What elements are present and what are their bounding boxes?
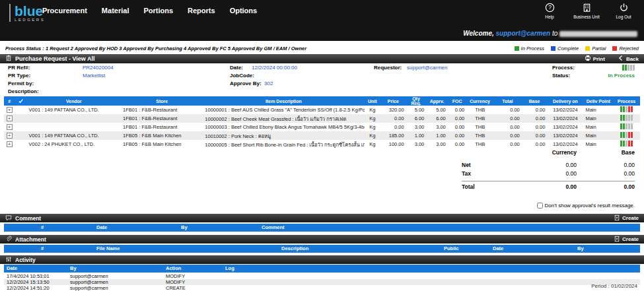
net-label: Net (462, 162, 519, 168)
menu-options[interactable]: Options (230, 7, 258, 15)
activity-action: MODIFY (166, 273, 185, 279)
attachment-col-public: Public (444, 245, 459, 251)
expand-icon[interactable]: + (7, 141, 13, 147)
menu-material[interactable]: Material (102, 7, 129, 15)
item-currency: THB (466, 131, 493, 140)
item-qty: 3.00 (406, 123, 427, 131)
item-row[interactable]: + V001 : 149 PATTANA CO., LTD. 1FB05 : F… (4, 131, 640, 140)
requestor-value[interactable]: support@carmen (407, 65, 447, 71)
business-unit-button[interactable]: Business Unit (571, 3, 602, 19)
rejected-swatch (612, 46, 617, 51)
menu-reports[interactable]: Reports (188, 7, 215, 15)
col-price: Price (380, 96, 406, 106)
expand-icon[interactable]: + (7, 133, 13, 139)
attachment-title: Attachment (15, 236, 46, 243)
activity-section-header: Activity (0, 255, 644, 264)
activity-col-log: Log (225, 265, 234, 271)
item-unit: Kg (365, 140, 380, 148)
item-process-indicator (620, 106, 633, 112)
item-currency: THB (466, 106, 493, 114)
total-currency-value: 0.00 (519, 183, 577, 190)
item-row[interactable]: + V001 : 149 PATTANA CO., LTD. 1FB01 : F… (4, 106, 640, 114)
clipboard-icon (5, 55, 12, 63)
purchase-request-page: blue LEDGERS Procurement Material Portio… (0, 0, 644, 291)
tax-base-value: 0.00 (577, 170, 635, 177)
item-apprv: 1.00 (426, 131, 448, 140)
item-unit: Kg (365, 123, 380, 131)
process-status-line: Process Status : 1 Request 2 Approved By… (0, 44, 644, 53)
help-icon: ? (545, 3, 555, 13)
menu-portions[interactable]: Portions (143, 7, 173, 15)
expand-icon[interactable]: + (7, 107, 13, 113)
process-indicator (622, 65, 635, 71)
activity-title: Activity (15, 257, 36, 263)
activity-date: 12/2/2024 14:51:20 (7, 285, 50, 291)
col-qty-req: Qty Req. (406, 96, 427, 106)
currency-column-header: Currency (519, 149, 577, 156)
approve-by-label: Approve By: (230, 81, 262, 86)
item-row[interactable]: + 1FB01 : F&B-Restaurant 10000002 : Beef… (4, 114, 640, 123)
logout-button[interactable]: Log Out (608, 3, 639, 19)
attachment-create-button[interactable]: Create (614, 236, 639, 243)
item-apprv: 3.00 (426, 123, 448, 131)
activity-by: support@carmen (70, 279, 108, 285)
dont-show-approval-checkbox[interactable] (537, 203, 543, 209)
activity-col-date: Date (7, 265, 17, 271)
top-actions: ? Help Business Unit Log Out (534, 3, 639, 19)
approval-message-option: Don't show approval's result message. (537, 203, 635, 209)
welcome-to: to (552, 30, 557, 37)
jobcode-label: JobCode: (230, 73, 254, 79)
item-unit: Kg (365, 106, 380, 114)
item-apprv: 3.00 (426, 140, 448, 148)
item-price: 320.00 (380, 106, 406, 114)
pr-type-value[interactable]: Marketlist (83, 73, 105, 79)
item-store: 1FB01 : F&B-Restaurant (121, 123, 203, 131)
pr-type-label: PR Type: (8, 73, 30, 79)
comment-create-button[interactable]: Create (614, 214, 639, 222)
net-currency-value: 0.00 (519, 162, 577, 168)
activity-row: 12/2/2024 14:51:20 support@carmen CREATE (4, 285, 640, 291)
item-total: 0.00 (493, 123, 522, 131)
item-process-indicator (620, 132, 633, 138)
item-vendor: V002 : 24 PHUKET CO., LTD. (27, 140, 122, 148)
logo-sub-text: LEDGERS (15, 18, 45, 22)
expand-icon[interactable]: + (7, 115, 13, 121)
item-base: 0.00 (522, 106, 548, 114)
item-base: 0.00 (522, 114, 548, 123)
item-deliv-point: Main (583, 114, 613, 123)
item-unit: Kg (365, 114, 380, 123)
item-price: 185.00 (380, 131, 406, 140)
col-apprv: Apprv. (426, 96, 448, 106)
in-process-swatch (515, 46, 519, 51)
welcome-username: support@carmen (496, 30, 551, 37)
item-price: 0.00 (380, 114, 406, 123)
activity-action: CREATE (166, 285, 186, 291)
item-row[interactable]: + 1FB01 : F&B-Restaurant 10000003 : Beef… (4, 123, 640, 131)
tax-label: Tax (462, 170, 519, 177)
back-button[interactable]: Back (618, 55, 639, 63)
expand-icon[interactable]: + (7, 124, 13, 130)
activity-filter-icon (5, 256, 12, 264)
logout-icon (619, 3, 629, 13)
select-all-checkbox[interactable] (18, 98, 24, 104)
item-vendor: V001 : 149 PATTANA CO., LTD. (27, 131, 122, 140)
pr-ref-value[interactable]: PR24020004 (83, 65, 114, 71)
help-button[interactable]: ? Help (534, 3, 565, 19)
item-description: 10000002 : Beef Cheek Meat Grassfed : เน… (203, 114, 364, 123)
attachment-columns-header: # File Name Description Public Date By (4, 245, 640, 253)
print-button[interactable]: Print (585, 55, 605, 63)
legend-partial: Partial (585, 46, 606, 51)
menu-procurement[interactable]: Procurement (42, 7, 87, 15)
col-process: Process (613, 96, 640, 106)
period-indicator: Period : 01/02/2024 (591, 283, 637, 289)
tax-currency-value: 0.00 (519, 170, 577, 177)
approve-by-value[interactable]: 302 (264, 81, 273, 86)
comment-col-index: # (41, 224, 44, 230)
attachment-col-by: By (577, 245, 584, 251)
item-base: 0.00 (522, 123, 548, 131)
item-store: 1FB05 : F&B Main Kitchen (121, 131, 203, 140)
company-name-redacted (559, 31, 637, 37)
attachment-icon (5, 236, 12, 243)
total-row: Total 0.00 0.00 (462, 181, 635, 189)
col-delivery-on: Delivery on (547, 96, 583, 106)
